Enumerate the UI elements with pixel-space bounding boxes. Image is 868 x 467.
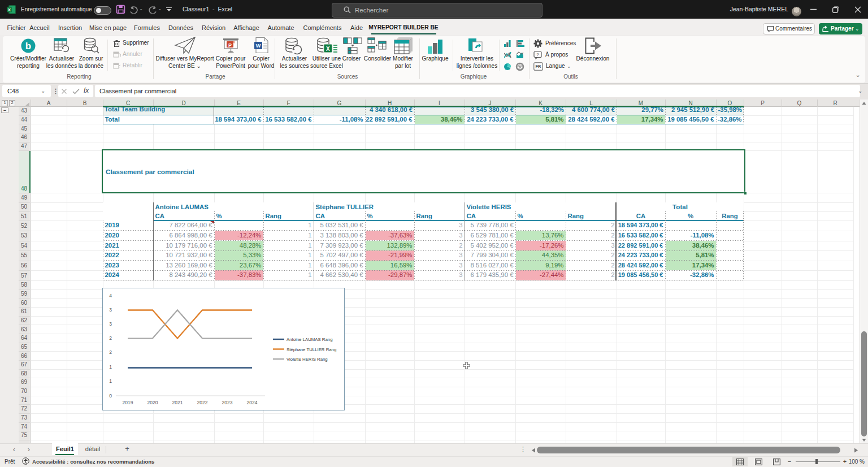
svg-text:?: ? xyxy=(536,52,539,57)
svg-text:P: P xyxy=(228,42,232,48)
svg-text:Antoine LAUMAS Rang: Antoine LAUMAS Rang xyxy=(287,337,332,342)
svg-text:Stéphane TULLIER Rang: Stéphane TULLIER Rang xyxy=(287,347,336,352)
svg-text:2023: 2023 xyxy=(222,400,233,405)
svg-text:4: 4 xyxy=(109,293,112,299)
svg-text:X: X xyxy=(326,46,330,52)
svg-text:2: 2 xyxy=(109,335,112,341)
svg-text:b: b xyxy=(25,41,31,51)
svg-text:W: W xyxy=(256,43,261,49)
svg-text:1: 1 xyxy=(109,364,112,370)
svg-text:Violette HERIS Rang: Violette HERIS Rang xyxy=(287,357,328,362)
svg-text:3: 3 xyxy=(109,307,112,313)
svg-text:2021: 2021 xyxy=(172,400,183,405)
svg-text:1: 1 xyxy=(109,378,112,384)
svg-text:2024: 2024 xyxy=(247,400,258,405)
svg-text:0: 0 xyxy=(109,393,112,399)
svg-text:2022: 2022 xyxy=(197,400,208,405)
svg-text:2020: 2020 xyxy=(147,400,158,405)
svg-text:X: X xyxy=(8,7,11,12)
svg-text:2019: 2019 xyxy=(123,400,133,405)
svg-text:FR: FR xyxy=(536,64,542,69)
svg-text:2: 2 xyxy=(109,349,112,355)
svg-text:3: 3 xyxy=(109,321,112,327)
